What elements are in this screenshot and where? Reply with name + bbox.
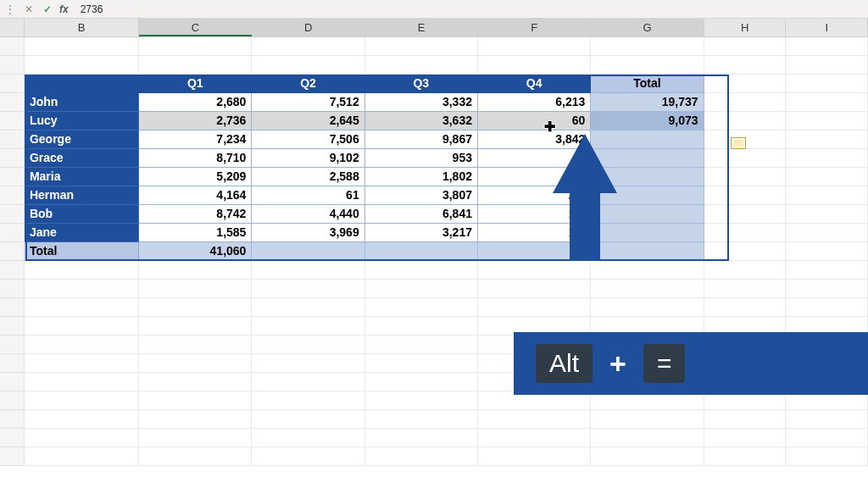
row-label[interactable]: Grace bbox=[25, 149, 139, 168]
cell[interactable]: 4,440 bbox=[252, 205, 364, 224]
dropdown-icon[interactable]: ⋮ bbox=[3, 3, 17, 15]
cell[interactable]: 8,710 bbox=[139, 149, 252, 168]
cell[interactable]: 7,234 bbox=[139, 130, 252, 149]
table-row-selected: Lucy 2,736 2,645 3,632 60 9,073 bbox=[0, 112, 868, 130]
cell[interactable]: 3,632 bbox=[365, 112, 478, 130]
cell[interactable]: 2,680 bbox=[139, 93, 252, 112]
cell[interactable]: 4,164 bbox=[139, 186, 252, 205]
cell-total[interactable] bbox=[591, 186, 704, 205]
cell[interactable]: 953 bbox=[365, 149, 478, 168]
row-label[interactable]: John bbox=[25, 93, 139, 112]
cell[interactable]: 61 bbox=[252, 186, 364, 205]
row-label[interactable]: Lucy bbox=[25, 112, 139, 130]
formula-bar-value[interactable]: 2736 bbox=[81, 3, 103, 15]
table-total-row: Total 41,060 bbox=[0, 242, 868, 261]
cell[interactable]: 2,645 bbox=[252, 112, 364, 130]
select-all-corner[interactable] bbox=[0, 19, 25, 36]
row-label[interactable]: Maria bbox=[25, 168, 139, 186]
cancel-icon[interactable]: ✕ bbox=[22, 3, 36, 15]
cell[interactable]: 3,969 bbox=[252, 224, 364, 242]
cell[interactable]: 6,841 bbox=[365, 205, 478, 224]
cell[interactable]: 9,102 bbox=[252, 149, 364, 168]
col-header-F[interactable]: F bbox=[478, 19, 591, 36]
key-alt: Alt bbox=[536, 344, 593, 383]
cell[interactable]: 1,1 bbox=[478, 205, 591, 224]
cell-total[interactable]: 19,737 bbox=[591, 93, 704, 112]
cell[interactable]: 1,5 bbox=[478, 224, 591, 242]
cell[interactable]: 3,332 bbox=[365, 93, 478, 112]
cell[interactable]: 9,867 bbox=[365, 130, 478, 149]
cell[interactable]: 7,512 bbox=[252, 93, 364, 112]
cell[interactable]: 3,217 bbox=[365, 224, 478, 242]
cell-total[interactable] bbox=[591, 130, 704, 149]
col-header-G[interactable]: G bbox=[591, 19, 704, 36]
row-label[interactable]: Herman bbox=[25, 186, 139, 205]
cell[interactable]: 8,742 bbox=[139, 205, 252, 224]
spreadsheet-grid[interactable]: Q1 Q2 Q3 Q4 Total John 2,680 7,512 3,332… bbox=[0, 37, 868, 466]
cell[interactable]: 2,736 bbox=[139, 112, 252, 130]
cell-total[interactable] bbox=[591, 205, 704, 224]
col-header-C[interactable]: C bbox=[139, 19, 252, 36]
cell[interactable]: 3,807 bbox=[365, 186, 478, 205]
formula-bar[interactable]: ⋮ ✕ ✓ fx 2736 bbox=[0, 0, 868, 19]
total-label[interactable]: Total bbox=[25, 242, 139, 261]
total-cell[interactable]: 41,060 bbox=[139, 242, 252, 261]
cell[interactable]: 1,585 bbox=[139, 224, 252, 242]
table-row: Herman 4,164 61 3,807 2,8 bbox=[0, 186, 868, 205]
header-q3[interactable]: Q3 bbox=[365, 75, 478, 93]
plus-icon: + bbox=[609, 347, 626, 380]
table-corner[interactable] bbox=[25, 75, 139, 93]
total-cell[interactable] bbox=[365, 242, 478, 261]
col-header-B[interactable]: B bbox=[25, 19, 139, 36]
header-q4[interactable]: Q4 bbox=[478, 75, 591, 93]
total-cell[interactable] bbox=[478, 242, 591, 261]
shortcut-hint: Alt + = bbox=[514, 332, 868, 395]
row-label[interactable]: Bob bbox=[25, 205, 139, 224]
table-row: Maria 5,209 2,588 1,802 6,9 bbox=[0, 168, 868, 186]
table-header-row: Q1 Q2 Q3 Q4 Total bbox=[0, 75, 868, 93]
table-row: Bob 8,742 4,440 6,841 1,1 bbox=[0, 205, 868, 224]
confirm-icon[interactable]: ✓ bbox=[41, 3, 54, 15]
column-headers: B C D E F G H I bbox=[0, 19, 868, 37]
total-cell[interactable] bbox=[252, 242, 364, 261]
smart-tag-icon[interactable] bbox=[731, 137, 746, 149]
cell[interactable]: 2,588 bbox=[252, 168, 364, 186]
header-q2[interactable]: Q2 bbox=[252, 75, 364, 93]
cell[interactable]: 6,9 bbox=[478, 168, 591, 186]
cell-total[interactable]: 9,073 bbox=[591, 112, 704, 130]
cell[interactable]: 3,842 bbox=[478, 130, 591, 149]
total-cell[interactable] bbox=[591, 242, 704, 261]
header-q1[interactable]: Q1 bbox=[139, 75, 252, 93]
fx-label[interactable]: fx bbox=[59, 3, 69, 15]
cell[interactable]: 7,506 bbox=[252, 130, 364, 149]
cell[interactable]: 8, bbox=[478, 149, 591, 168]
cell-total[interactable] bbox=[591, 168, 704, 186]
row-label[interactable]: George bbox=[25, 130, 139, 149]
col-header-E[interactable]: E bbox=[365, 19, 478, 36]
cell[interactable]: 60 bbox=[478, 112, 591, 130]
table-row: John 2,680 7,512 3,332 6,213 19,737 bbox=[0, 93, 868, 112]
table-row: Jane 1,585 3,969 3,217 1,5 bbox=[0, 224, 868, 242]
col-header-I[interactable]: I bbox=[786, 19, 868, 36]
cell[interactable]: 1,802 bbox=[365, 168, 478, 186]
cell[interactable]: 2,8 bbox=[478, 186, 591, 205]
header-total[interactable]: Total bbox=[591, 75, 704, 93]
cell-total[interactable] bbox=[591, 149, 704, 168]
cell[interactable]: 5,209 bbox=[139, 168, 252, 186]
col-header-D[interactable]: D bbox=[253, 19, 365, 36]
key-equals: = bbox=[643, 344, 686, 383]
row-label[interactable]: Jane bbox=[25, 224, 139, 242]
table-row: Grace 8,710 9,102 953 8, bbox=[0, 149, 868, 168]
col-header-H[interactable]: H bbox=[704, 19, 787, 36]
cell[interactable]: 6,213 bbox=[478, 93, 591, 112]
cell-total[interactable] bbox=[591, 224, 704, 242]
